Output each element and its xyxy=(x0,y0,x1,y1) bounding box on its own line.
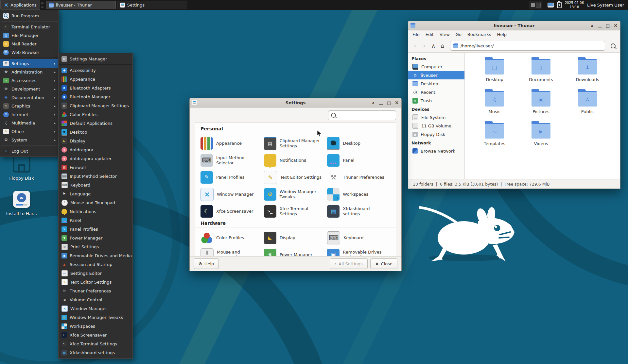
panel-clock[interactable]: 2025-02-06 13:18 xyxy=(565,1,584,9)
settings-titlebar[interactable]: Settings xyxy=(190,98,401,108)
taskbar-button[interactable]: Settings xyxy=(117,1,187,9)
home-button[interactable]: ⌂ xyxy=(438,41,447,50)
settings-tile[interactable]: Color Profiles xyxy=(201,229,264,246)
settings-tile[interactable]: Thunar Preferences xyxy=(327,169,391,186)
sidebar-place-row[interactable]: liveuser xyxy=(408,71,464,79)
menu-item[interactable]: Settings xyxy=(0,59,59,68)
submenu-item[interactable]: Color Profiles xyxy=(59,110,132,119)
menu-item[interactable]: Multimedia xyxy=(0,119,59,127)
taskbar-button[interactable]: liveuser - Thunar xyxy=(46,1,116,9)
sidebar-place-row[interactable]: Desktop xyxy=(408,79,464,88)
settings-tile[interactable]: Workspaces xyxy=(327,186,391,203)
settings-tile[interactable]: Text Editor Settings xyxy=(264,169,327,186)
menubar-item[interactable]: View xyxy=(437,30,453,39)
settings-tile[interactable]: Panel xyxy=(327,152,391,169)
settings-search-input[interactable] xyxy=(328,110,396,120)
settings-tile[interactable]: Desktop xyxy=(327,135,391,152)
settings-tile[interactable]: Xfce Terminal Settings xyxy=(264,203,327,220)
submenu-item[interactable]: Panel Profiles xyxy=(59,225,132,234)
applications-button[interactable]: × Applications xyxy=(0,0,40,10)
search-button[interactable] xyxy=(608,41,618,50)
file-item[interactable]: Downloads xyxy=(564,57,611,89)
menu-item[interactable]: Administration xyxy=(0,68,59,76)
menubar-item[interactable]: Help xyxy=(494,30,510,39)
menubar-item[interactable]: Bookmarks xyxy=(464,30,494,39)
sidebar-device-row[interactable]: Floppy Disk xyxy=(408,130,464,139)
submenu-item[interactable]: Session and Startup xyxy=(59,260,132,269)
sidebar-place-row[interactable]: Recent xyxy=(408,88,464,96)
menu-item[interactable]: Log Out xyxy=(0,147,59,155)
submenu-item[interactable]: Removable Drives and Media xyxy=(59,251,132,260)
menu-item[interactable]: System xyxy=(0,136,59,144)
minimize-icon[interactable] xyxy=(598,24,602,27)
submenu-item[interactable]: Panel xyxy=(59,216,132,225)
settings-tile[interactable]: Display xyxy=(264,229,327,246)
submenu-item[interactable]: Mouse and Touchpad xyxy=(59,198,132,207)
menu-item[interactable]: Terminal Emulator xyxy=(0,23,59,31)
submenu-item[interactable]: Text Editor Settings xyxy=(59,278,132,287)
file-item[interactable]: Music xyxy=(471,89,518,121)
menu-item[interactable]: File Manager xyxy=(0,31,59,40)
all-settings-button[interactable]: All Settings xyxy=(330,258,368,269)
submenu-item[interactable]: Default Applications xyxy=(59,119,132,128)
menu-item[interactable]: Accessories xyxy=(0,76,59,85)
workspace-1[interactable] xyxy=(531,3,535,7)
settings-tile[interactable]: Keyboard xyxy=(327,229,391,246)
settings-tile[interactable]: Panel Profiles xyxy=(201,169,264,186)
forward-button[interactable]: › xyxy=(420,41,428,50)
submenu-item[interactable]: Desktop xyxy=(59,128,132,137)
settings-tile[interactable]: Window Manager Tweaks xyxy=(264,186,327,203)
settings-tile[interactable]: Xfce Screensaver xyxy=(201,203,264,220)
maximize-icon[interactable] xyxy=(387,101,391,105)
submenu-item[interactable]: dnfdragora xyxy=(59,145,132,154)
desktop-icon-installer[interactable]: ∞ Install to Har... xyxy=(5,191,39,216)
submenu-item[interactable]: Language xyxy=(59,190,132,198)
menu-item[interactable]: Run Program... xyxy=(0,11,59,20)
menu-item[interactable]: Development xyxy=(0,85,59,93)
file-item[interactable]: Pictures xyxy=(518,89,564,121)
display-tray-icon[interactable] xyxy=(548,3,554,8)
path-bar[interactable]: /home/liveuser/ xyxy=(450,41,605,51)
shade-icon[interactable] xyxy=(371,101,375,105)
help-button[interactable]: Help xyxy=(194,258,219,269)
workspace-2[interactable] xyxy=(536,3,541,8)
menubar-item[interactable]: Go xyxy=(453,30,464,39)
submenu-item[interactable]: Print Settings xyxy=(59,242,132,251)
settings-tile[interactable]: Clipboard Manager Settings xyxy=(264,135,327,152)
submenu-item[interactable]: Clipboard Manager Settings xyxy=(59,101,132,110)
menubar-item[interactable]: File xyxy=(410,30,423,39)
submenu-item[interactable]: Input Method Selector xyxy=(59,172,132,181)
desktop-icon-floppy[interactable]: Floppy Disk xyxy=(5,155,39,181)
submenu-item[interactable]: Window Manager xyxy=(59,304,132,313)
submenu-item[interactable]: Notifications xyxy=(59,207,132,216)
sidebar-device-row[interactable]: File System xyxy=(408,113,464,122)
sidebar-place-row[interactable]: Trash xyxy=(408,96,464,105)
file-item[interactable]: Public xyxy=(564,89,611,121)
sidebar-network-row[interactable]: Browse Network xyxy=(408,147,464,155)
submenu-item[interactable]: Power Manager xyxy=(59,234,132,242)
submenu-item[interactable]: Xfdashboard settings xyxy=(59,348,132,357)
file-item[interactable]: Templates xyxy=(471,121,518,153)
close-button[interactable]: Close xyxy=(370,258,397,269)
close-icon[interactable] xyxy=(395,100,399,105)
submenu-item[interactable]: Thunar Preferences xyxy=(59,287,132,295)
sidebar-device-row[interactable]: 11 GB Volume xyxy=(408,122,464,130)
file-item[interactable]: Desktop xyxy=(471,57,518,89)
submenu-item[interactable]: Bluetooth Adapters xyxy=(59,84,132,92)
menu-item[interactable]: Graphics xyxy=(0,102,59,110)
menubar-item[interactable]: Edit xyxy=(423,30,437,39)
submenu-item[interactable]: Firewall xyxy=(59,163,132,172)
battery-icon[interactable] xyxy=(557,2,562,8)
submenu-item[interactable]: Appearance xyxy=(59,75,132,84)
menu-item[interactable]: Office xyxy=(0,127,59,136)
menu-item[interactable]: Internet xyxy=(0,110,59,119)
minimize-icon[interactable] xyxy=(379,101,383,105)
submenu-item[interactable]: Xfce Terminal Settings xyxy=(59,339,132,348)
workspace-switcher[interactable] xyxy=(529,1,542,9)
up-button[interactable]: ∧ xyxy=(429,41,438,50)
close-icon[interactable] xyxy=(614,23,618,28)
submenu-item[interactable]: Bluetooth Manager xyxy=(59,92,132,101)
menu-item[interactable]: Documentation xyxy=(0,93,59,102)
settings-tile[interactable]: Window Manager xyxy=(201,186,264,203)
submenu-item[interactable]: Settings Manager xyxy=(59,55,132,63)
